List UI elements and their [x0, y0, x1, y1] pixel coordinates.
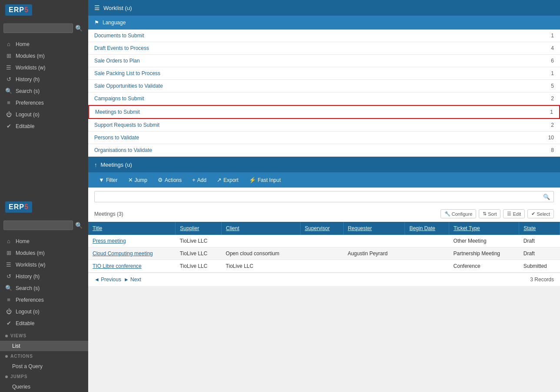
cell-state-1: Draft [519, 247, 560, 260]
col-header-supervisor[interactable]: Supervisor [300, 222, 343, 235]
sidebar-item-worklists-top[interactable]: ☰ Worklists (w) [0, 62, 88, 73]
cell-title-0[interactable]: Press meeting [88, 235, 176, 247]
col-header-supplier[interactable]: Supplier [176, 222, 222, 235]
cell-title-1[interactable]: Cloud Computing meeting [88, 247, 176, 260]
col-header-client[interactable]: Client [222, 222, 300, 235]
filter-button[interactable]: ▼ Filter [94, 175, 122, 185]
worklist-row-count-2: 6 [541, 58, 554, 64]
worklist-table: Documents to Submit 1 Draft Events to Pr… [88, 30, 560, 157]
worklist-row-1[interactable]: Draft Events to Process 4 [88, 42, 560, 55]
jump-button[interactable]: ✕ Jump [124, 175, 152, 185]
worklist-row-8[interactable]: Persons to Validate 10 [88, 132, 560, 144]
worklist-row-2[interactable]: Sale Orders to Plan 6 [88, 55, 560, 67]
add-button[interactable]: + Add [188, 175, 211, 185]
config-bar: 🔧 Configure ⇅ Sort ☰ Edit ✔ Select [441, 209, 554, 218]
edit-button[interactable]: ☰ Edit [503, 209, 525, 218]
col-header-state[interactable]: State [519, 222, 560, 235]
pagination-bar: ◄ Previous ► Next 3 Records [88, 273, 560, 286]
sidebar-item-label: Home [16, 238, 30, 244]
col-supplier-link[interactable]: Supplier [180, 225, 199, 231]
col-header-begin-date[interactable]: Begin Date [405, 222, 449, 235]
actions-label: ACTIONS [10, 354, 33, 359]
sidebar-search-bottom: 🔍 [0, 217, 88, 234]
col-supervisor-link[interactable]: Supervisor [305, 225, 330, 231]
sidebar-search-btn-top[interactable]: 🔍 [73, 24, 85, 33]
sidebar-item-editable-top[interactable]: ✔ Editable [0, 120, 88, 132]
sidebar-item-home-top[interactable]: ⌂ Home [0, 38, 88, 50]
col-ticket-type-link[interactable]: Ticket Type [454, 225, 480, 231]
sidebar-search-input-top[interactable] [3, 23, 73, 33]
sidebar-item-history-top[interactable]: ↺ History (h) [0, 73, 88, 85]
next-link[interactable]: ► Next [124, 277, 141, 283]
sidebar-search-input-bottom[interactable] [3, 221, 73, 230]
cell-state-0: Draft [519, 235, 560, 247]
table-row-2[interactable]: TIO Libre conference TioLive LLC TioLive… [88, 260, 560, 273]
col-header-title[interactable]: Title [88, 222, 176, 235]
col-client-link[interactable]: Client [226, 225, 239, 231]
meetings-arrow-icon: ↑ [94, 161, 97, 168]
jumps-section-header: JUMPS [0, 372, 88, 382]
sidebar-item-history-bottom[interactable]: ↺ History (h) [0, 270, 88, 282]
sidebar-logo-bottom: ERP5 [0, 197, 88, 217]
sidebar-item-home-bottom[interactable]: ⌂ Home [0, 235, 88, 247]
erp5-logo-top[interactable]: ERP5 [5, 4, 32, 16]
worklists-icon-top: ☰ [5, 64, 12, 71]
worklist-row-5[interactable]: Campaigns to Submit 2 [88, 92, 560, 105]
sidebar-sub-item-list[interactable]: List [0, 341, 88, 351]
worklist-row-4[interactable]: Sale Opportunities to Validate 5 [88, 80, 560, 92]
jumps-dot [5, 376, 8, 378]
worklists-icon-bottom: ☰ [5, 261, 12, 268]
worklist-row-count-4: 5 [541, 83, 554, 89]
actions-icon: ⚙ [158, 177, 163, 183]
cell-title-2[interactable]: TIO Libre conference [88, 260, 176, 273]
add-icon: + [192, 177, 196, 183]
col-header-requester[interactable]: Requester [343, 222, 405, 235]
worklist-row-0[interactable]: Documents to Submit 1 [88, 30, 560, 42]
meetings-search-input[interactable] [95, 191, 540, 202]
export-button[interactable]: ↗ Export [212, 175, 243, 185]
select-button[interactable]: ✔ Select [527, 209, 554, 218]
erp5-logo-bottom[interactable]: ERP5 [5, 201, 32, 213]
sidebar-item-modules-bottom[interactable]: ⊞ Modules (m) [0, 247, 88, 259]
cell-requester-1: Augustin Peyrard [343, 247, 405, 260]
configure-button[interactable]: 🔧 Configure [441, 209, 477, 218]
col-state-link[interactable]: State [524, 225, 536, 231]
sidebar-item-label: Editable [16, 123, 34, 129]
sidebar-item-preferences-top[interactable]: ≡ Preferences [0, 97, 88, 109]
sidebar-item-editable-bottom[interactable]: ✔ Editable [0, 317, 88, 329]
prev-link[interactable]: ◄ Previous [94, 277, 121, 283]
worklist-row-6-highlighted[interactable]: Meetings to Submit 1 [88, 105, 560, 119]
sidebar-sub-item-post-query[interactable]: Post a Query [0, 361, 88, 372]
sidebar-item-logout-bottom[interactable]: ⏻ Logout (o) [0, 306, 88, 317]
cell-ticket-type-0: Other Meeting [449, 235, 519, 247]
sidebar-search-btn-bottom[interactable]: 🔍 [73, 221, 85, 230]
sidebar-item-search-bottom[interactable]: 🔍 Search (s) [0, 282, 88, 294]
table-header-row: Title Supplier Client Supervisor Request… [88, 222, 560, 235]
sort-button[interactable]: ⇅ Sort [479, 209, 500, 218]
actions-button[interactable]: ⚙ Actions [153, 175, 186, 185]
sidebar-item-modules-top[interactable]: ⊞ Modules (m) [0, 50, 88, 62]
sidebar-item-search-top[interactable]: 🔍 Search (s) [0, 85, 88, 97]
worklist-row-7[interactable]: Support Requests to Submit 2 [88, 119, 560, 132]
table-row-1[interactable]: Cloud Computing meeting TioLive LLC Open… [88, 247, 560, 260]
col-requester-link[interactable]: Requester [348, 225, 372, 231]
sidebar-item-worklists-bottom[interactable]: ☰ Worklists (w) [0, 259, 88, 270]
col-header-ticket-type[interactable]: Ticket Type [449, 222, 519, 235]
sidebar-item-preferences-bottom[interactable]: ≡ Preferences [0, 294, 88, 306]
col-title-link[interactable]: Title [93, 225, 102, 231]
cell-supervisor-0 [300, 235, 343, 247]
worklist-row-9[interactable]: Organisations to Validate 8 [88, 144, 560, 157]
cell-supplier-2: TioLive LLC [176, 260, 222, 273]
cell-client-1: Open cloud consortium [222, 247, 300, 260]
worklist-row-count-5: 2 [541, 96, 554, 102]
sidebar-item-logout-top[interactable]: ⏻ Logout (o) [0, 109, 88, 120]
cell-begin-date-0 [405, 235, 449, 247]
search-icon-bottom: 🔍 [5, 285, 12, 291]
table-row-0[interactable]: Press meeting TioLive LLC Other Meeting … [88, 235, 560, 247]
meetings-search-btn[interactable]: 🔍 [540, 192, 553, 202]
preferences-icon-top: ≡ [5, 99, 12, 106]
fast-input-button[interactable]: ⚡ Fast Input [245, 175, 285, 185]
col-begin-date-link[interactable]: Begin Date [409, 225, 435, 231]
sidebar-sub-item-queries[interactable]: Queries [0, 382, 88, 392]
worklist-row-3[interactable]: Sale Packing List to Process 1 [88, 67, 560, 80]
